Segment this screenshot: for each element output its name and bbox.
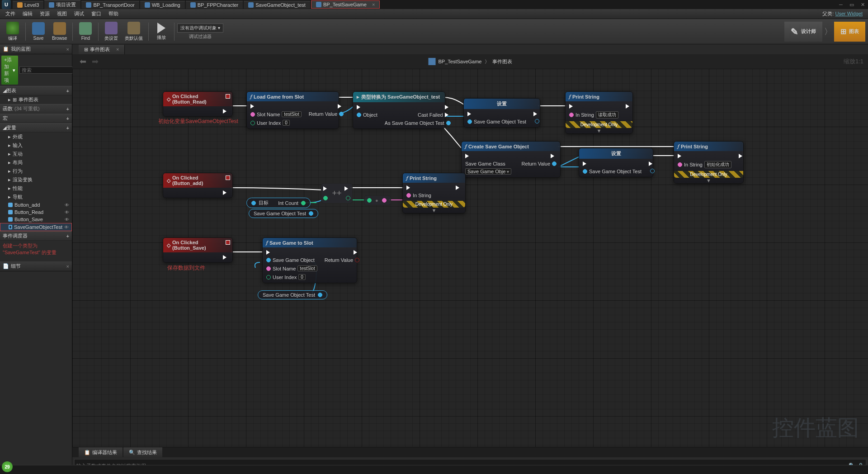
node-on-clicked-add[interactable]: ◇On Clicked (Button_add) xyxy=(163,173,233,198)
tab-fpp-character[interactable]: BP_FPPCharacter xyxy=(186,1,243,9)
window-min-icon[interactable]: ─ xyxy=(835,0,846,9)
menu-edit[interactable]: 编辑 xyxy=(19,9,36,18)
var-group-render[interactable]: ▸渲染变换 xyxy=(0,175,72,184)
tab-transport-door[interactable]: BP_TransportDoor xyxy=(81,1,139,9)
menu-bar: 文件 编辑 资源 视图 调试 窗口 帮助 父类: User Widget xyxy=(0,9,868,19)
parent-class-link[interactable]: User Widget xyxy=(835,11,863,16)
graph-canvas[interactable]: 创建一个继承自SaveGameObject的蓝图 xyxy=(72,69,868,447)
tab-project-settings[interactable]: 项目设置 xyxy=(44,0,80,9)
node-increment[interactable]: ++ xyxy=(321,183,353,204)
toolbar: 编译 Save Browse Find 类设置 类默认值 播放 没有选中调试对象… xyxy=(0,19,868,44)
node-load-game[interactable]: 𝑓Load Game from Slot Slot NametestSlot U… xyxy=(246,91,339,129)
red-annotation-save: 保存数据到文件 xyxy=(167,264,205,272)
node-print-2[interactable]: 𝑓Print String In String初始化成功 Development… xyxy=(674,141,744,184)
nav-back-icon[interactable]: ⬅ xyxy=(77,57,89,66)
category-dispatchers[interactable]: 事件调度器+ xyxy=(0,231,72,241)
node-var-sgot-2[interactable]: Save Game Object Test xyxy=(258,290,327,299)
graph-mode-button[interactable]: ⊞图表 xyxy=(834,22,865,42)
var-button-read[interactable]: Button_Read👁 xyxy=(0,209,72,216)
ue-logo-icon: U xyxy=(2,0,11,9)
class-defaults-button[interactable]: 类默认值 xyxy=(122,20,146,43)
tab-savegame-object[interactable]: SaveGameObject_test xyxy=(244,1,310,9)
node-on-clicked-save[interactable]: ◇On Clicked (Button_Save) xyxy=(163,237,233,263)
category-functions[interactable]: 函数(34 可重载)+ xyxy=(0,104,72,114)
var-group-navigation[interactable]: ▸导航 xyxy=(0,193,72,201)
node-set-2[interactable]: 设置 Save Game Object Test xyxy=(579,148,653,177)
menu-file[interactable]: 文件 xyxy=(2,9,19,18)
mode-arrow-icon: 〉 xyxy=(822,26,834,37)
var-group-appearance[interactable]: ▸外观 xyxy=(0,133,72,141)
zoom-label: 缩放1:1 xyxy=(844,57,863,66)
status-bar xyxy=(0,465,868,474)
play-button[interactable]: 播放 xyxy=(151,20,171,43)
notification-badge[interactable]: 29 xyxy=(2,461,13,472)
var-group-behavior[interactable]: ▸行为 xyxy=(0,167,72,175)
node-target-intcount[interactable]: 目标 Int Count xyxy=(246,198,311,208)
node-var-sgot-1[interactable]: Save Game Object Test xyxy=(249,209,318,218)
compiler-results-tab[interactable]: 📋编译器结果 xyxy=(79,447,123,457)
watermark: 控件蓝图 xyxy=(772,413,859,442)
class-settings-button[interactable]: 类设置 xyxy=(101,20,121,43)
red-annotation-init: 初始化变量SaveGameObjectTest xyxy=(158,118,238,125)
event-graph-item[interactable]: ▸⊞事件图表 xyxy=(0,95,72,104)
find-button[interactable]: Find xyxy=(75,20,95,43)
category-macros[interactable]: 宏+ xyxy=(0,114,72,123)
tab-wb-loading[interactable]: WB_Loading xyxy=(140,1,185,9)
nav-forward-icon[interactable]: ➡ xyxy=(89,57,101,66)
category-variables[interactable]: ◢变量+ xyxy=(0,123,72,133)
var-group-layout[interactable]: ▸布局 xyxy=(0,158,72,167)
details-tab[interactable]: 📄细节× xyxy=(0,261,72,271)
menu-asset[interactable]: 资源 xyxy=(36,9,53,18)
node-create-save[interactable]: 𝑓Create Save Game Object Save Game Class… xyxy=(461,141,561,178)
breadcrumb[interactable]: BP_TestSaveGame〉事件图表 xyxy=(429,58,512,65)
tab-test-savegame[interactable]: BP_TestSaveGame× xyxy=(311,0,380,9)
debug-filter-label: 调试过滤器 xyxy=(177,33,223,40)
var-group-interaction[interactable]: ▸互动 xyxy=(0,150,72,158)
var-group-input[interactable]: ▸输入 xyxy=(0,141,72,150)
menu-debug[interactable]: 调试 xyxy=(71,9,88,18)
find-results-tab[interactable]: 🔍查找结果 xyxy=(123,447,162,457)
my-blueprint-tab[interactable]: 📋我的蓝图× xyxy=(0,44,72,54)
menu-help[interactable]: 帮助 xyxy=(105,9,122,18)
window-close-icon[interactable]: ✕ xyxy=(857,0,868,9)
parent-class-label: 父类: User Widget xyxy=(822,10,866,17)
browse-button[interactable]: Browse xyxy=(49,20,70,43)
node-cast[interactable]: ▸类型转换为 SaveGameObject_test Object Cast F… xyxy=(353,91,445,129)
tab-level3[interactable]: Level3 xyxy=(13,1,43,9)
debug-object-select[interactable]: 没有选中调试对象 ▾ xyxy=(177,24,223,33)
node-set-1[interactable]: 设置 Save Game Object Test xyxy=(463,98,540,128)
node-on-clicked-read[interactable]: ◇On Clicked (Button_Read) xyxy=(163,91,233,117)
save-button[interactable]: Save xyxy=(28,20,48,43)
event-graph-tab[interactable]: ⊞事件图表× xyxy=(79,45,125,54)
menu-window[interactable]: 窗口 xyxy=(88,9,105,18)
designer-mode-button[interactable]: ✎设计师 xyxy=(784,22,822,42)
title-bar: U Level3 项目设置 BP_TransportDoor WB_Loadin… xyxy=(0,0,868,9)
node-save-game[interactable]: 𝑓Save Game to Slot Save Game Object Slot… xyxy=(262,237,357,283)
var-button-save[interactable]: Button_Save👁 xyxy=(0,216,72,223)
var-savegame-object-test[interactable]: SaveGameObjectTest👁 xyxy=(0,223,72,231)
var-button-add[interactable]: Button_add👁 xyxy=(0,201,72,209)
window-max-icon[interactable]: ▭ xyxy=(846,0,857,9)
details-panel xyxy=(0,271,72,474)
add-new-button[interactable]: +添加新项▾ xyxy=(1,56,18,85)
red-annotation-1: 创建一个类型为 "SaveGameTest" 的变量 xyxy=(0,241,72,258)
compile-button[interactable]: 编译 xyxy=(3,20,23,43)
node-conv[interactable]: ● xyxy=(364,195,391,205)
node-print-3[interactable]: 𝑓Print String In String Development Only… xyxy=(402,173,466,213)
var-group-performance[interactable]: ▸性能 xyxy=(0,184,72,193)
node-print-1[interactable]: 𝑓Print String In String读取成功 Development … xyxy=(565,91,633,134)
menu-view[interactable]: 视图 xyxy=(53,9,71,18)
category-graph[interactable]: ◢图表+ xyxy=(0,86,72,95)
